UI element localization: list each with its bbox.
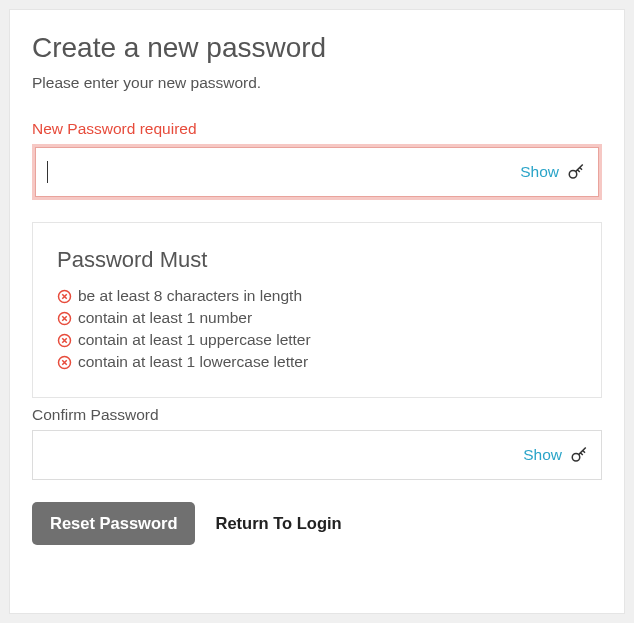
key-icon <box>567 163 585 181</box>
password-rules-list: be at least 8 characters in length conta… <box>57 287 577 371</box>
rule-text: be at least 8 characters in length <box>78 287 302 305</box>
page-title: Create a new password <box>32 32 602 64</box>
rule-text: contain at least 1 lowercase letter <box>78 353 308 371</box>
rule-text: contain at least 1 number <box>78 309 252 327</box>
new-password-label: New Password required <box>32 120 602 138</box>
password-rules-title: Password Must <box>57 247 577 273</box>
key-icon <box>570 446 588 464</box>
show-confirm-password-toggle[interactable]: Show <box>523 446 562 464</box>
x-circle-icon <box>57 289 72 304</box>
rule-text: contain at least 1 uppercase letter <box>78 331 311 349</box>
button-row: Reset Password Return To Login <box>32 502 602 545</box>
x-circle-icon <box>57 355 72 370</box>
reset-password-button[interactable]: Reset Password <box>32 502 195 545</box>
x-circle-icon <box>57 311 72 326</box>
password-rule: contain at least 1 number <box>57 309 577 327</box>
page-subtitle: Please enter your new password. <box>32 74 602 92</box>
confirm-password-label: Confirm Password <box>32 406 602 424</box>
x-circle-icon <box>57 333 72 348</box>
text-cursor <box>47 161 48 183</box>
password-reset-card: Create a new password Please enter your … <box>9 9 625 614</box>
password-rule: contain at least 1 lowercase letter <box>57 353 577 371</box>
new-password-input[interactable] <box>35 147 599 197</box>
return-to-login-button[interactable]: Return To Login <box>215 514 341 533</box>
new-password-input-wrap: Show <box>32 144 602 200</box>
show-new-password-toggle[interactable]: Show <box>520 163 559 181</box>
confirm-password-input-wrap: Show <box>32 430 602 480</box>
password-rules-box: Password Must be at least 8 characters i… <box>32 222 602 398</box>
password-rule: be at least 8 characters in length <box>57 287 577 305</box>
password-rule: contain at least 1 uppercase letter <box>57 331 577 349</box>
confirm-password-input[interactable] <box>32 430 602 480</box>
